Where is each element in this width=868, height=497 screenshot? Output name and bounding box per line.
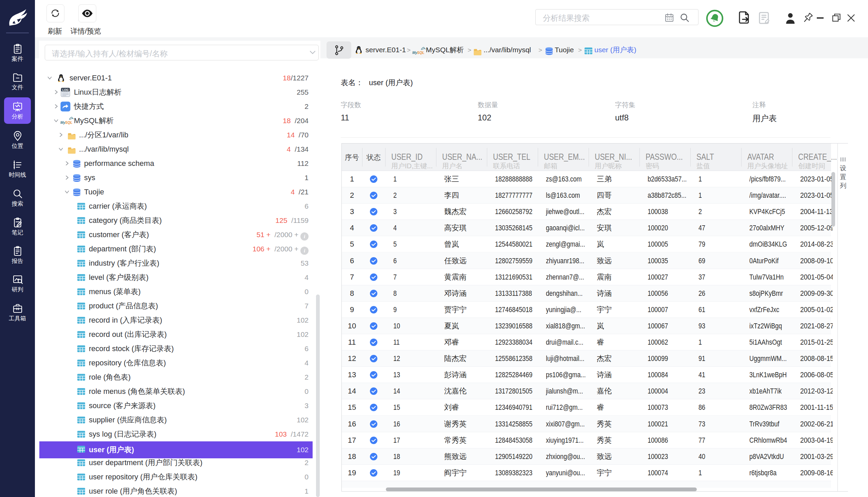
svg-text:LOG: LOG (62, 88, 69, 91)
svg-text:SQL: SQL (417, 51, 425, 55)
svg-text:SQL: SQL (65, 120, 73, 125)
